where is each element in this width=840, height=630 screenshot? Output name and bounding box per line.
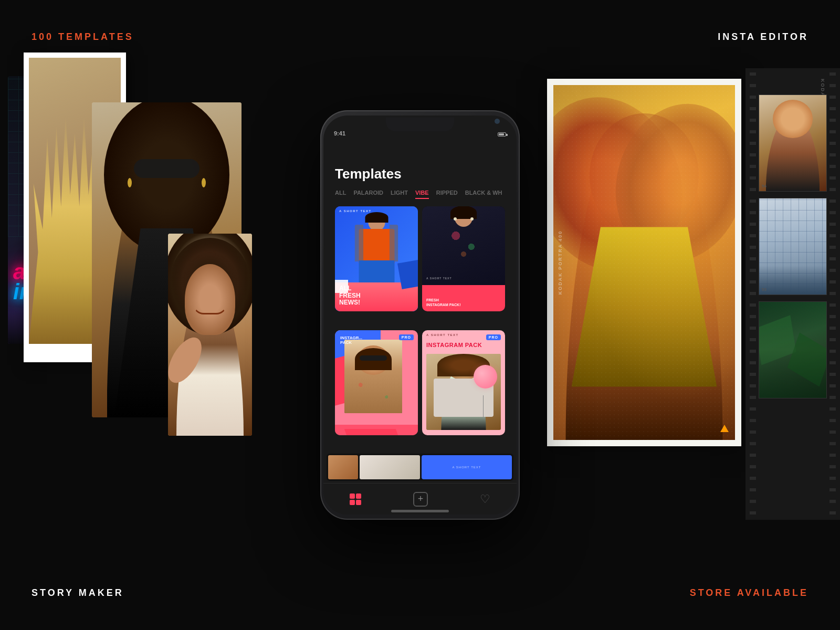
tab-vibe[interactable]: VIBE [415,190,429,199]
large-right-photo: KODAK PORTRA 400 [547,79,741,446]
neon-text-line1: ails [13,262,51,282]
kodak-label-film-2: KODAK PORTRA 400 [820,200,825,264]
grid-cell-1 [350,494,355,499]
bottom-right-label: STORE AVAILABLE [690,587,808,598]
phone-camera [495,119,500,124]
card3-title-text: INSTAGR...PACK [340,335,362,345]
card2-top-text: A SHORT TEXT [426,277,452,280]
photo-strip[interactable]: A SHORT TEXT [327,454,513,481]
screen-title: Templates [335,166,505,182]
grid-cell-4 [356,500,361,505]
card2-fresh-text: FRESHINSTAGRAM PACK! [426,298,460,307]
tab-bar[interactable]: ALL PALAROID LIGHT VIBE RIPPED BLACK & W… [335,190,505,201]
nav-home[interactable] [350,494,361,505]
grid-cell-3 [350,500,355,505]
template-card-2[interactable]: FRESHINSTAGRAM PACK! A SHORT TEXT [422,206,505,311]
bottom-left-label: STORY MAKER [32,587,124,598]
tab-all[interactable]: ALL [335,190,346,199]
strip-btn-text[interactable]: A SHORT TEXT [452,466,481,469]
tab-ripped[interactable]: RIPPED [436,190,458,199]
template-grid: A SHORT TEXT ALLFRESHNEWS! [323,202,517,454]
card1-top-text: A SHORT TEXT [339,209,372,213]
film-strip: KODAK POR 54 KODAK PORTRA 400 53 KODAK P… [746,68,840,520]
top-right-label: INSTA EDITOR [718,32,808,43]
app-header: Templates ALL PALAROID LIGHT VIBE RIPPED… [323,139,517,202]
phone-notch [386,118,454,131]
grid-cell-2 [356,494,361,499]
plus-icon: + [413,492,428,507]
phone-body: 9:41 Templates ALL PALAROID [320,110,520,520]
template-card-3[interactable]: INSTAGR...PACK PRO [335,330,418,435]
neon-text-line2: ims [13,282,51,302]
polaroid-frame [24,52,126,362]
phone-screen: 9:41 Templates ALL PALAROID [323,116,517,514]
template-card-1[interactable]: A SHORT TEXT ALLFRESHNEWS! [335,206,418,311]
card4-main-text: Instagram Pack [426,342,482,348]
heart-icon: ♡ [480,492,490,506]
curly-girl-panel [168,234,252,436]
top-left-label: 100 TEMPLATES [32,32,134,43]
nav-favorites[interactable]: ♡ [480,492,490,506]
phone-mockup: 9:41 Templates ALL PALAROID [320,110,520,520]
card4-top-text: A SHORT TEXT [426,333,459,337]
card1-main-text: ALLFRESHNEWS! [339,285,361,306]
kodak-label-film-1: KODAK POR [820,79,825,117]
kodak-label-main: KODAK PORTRA 400 [558,230,563,295]
tab-light[interactable]: LIGHT [391,190,408,199]
tab-blackwhite[interactable]: BLACK & WH [465,190,502,199]
phone-home-indicator [391,510,449,512]
kodak-label-film-3: KODAK PORTRA 400 [820,320,825,385]
woman-sunglasses-panel [92,102,242,417]
decor-triangle-photo [720,425,729,432]
tab-palaroid[interactable]: PALAROID [353,190,383,199]
neon-panel: ails ims [8,76,87,344]
home-grid-icon [350,494,361,505]
pro-badge-4: PRO [486,334,501,340]
template-card-4[interactable]: A SHORT TEXT PRO Instagram Pack [422,330,505,435]
nav-create[interactable]: + [413,492,428,507]
decor-triangle-1 [228,394,236,402]
pro-badge-3: PRO [399,334,414,340]
